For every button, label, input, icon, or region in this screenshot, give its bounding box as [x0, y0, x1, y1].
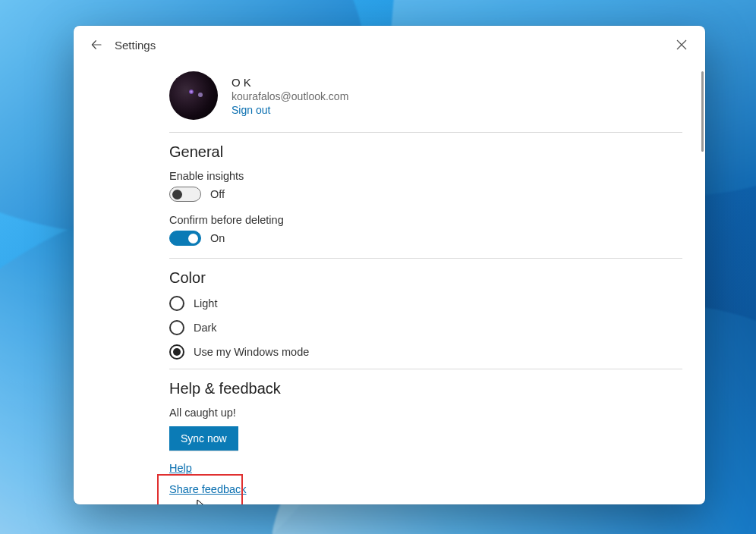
- close-icon: [676, 39, 687, 50]
- setting-confirm-delete: Confirm before deleting On: [169, 214, 682, 246]
- radio-label: Use my Windows mode: [194, 346, 309, 358]
- avatar: [169, 71, 218, 120]
- sign-out-link[interactable]: Sign out: [232, 104, 348, 116]
- radio-option-light[interactable]: Light: [169, 296, 682, 311]
- titlebar: Settings: [74, 26, 705, 64]
- divider: [169, 369, 682, 369]
- section-header-general: General: [169, 143, 682, 161]
- back-button[interactable]: [84, 33, 109, 57]
- help-link[interactable]: Help: [169, 462, 192, 474]
- radio-label: Light: [194, 297, 217, 309]
- radio-icon: [169, 344, 184, 360]
- toggle-enable-insights[interactable]: [169, 187, 201, 202]
- arrow-left-icon: [90, 38, 103, 52]
- toggle-confirm-delete[interactable]: [169, 231, 201, 246]
- toggle-state-label: Off: [210, 188, 225, 200]
- close-button[interactable]: [666, 32, 698, 58]
- scrollbar-thumb[interactable]: [701, 71, 704, 152]
- setting-enable-insights: Enable insights Off: [169, 170, 682, 202]
- window-title: Settings: [115, 39, 156, 52]
- setting-label: Confirm before deleting: [169, 214, 682, 226]
- share-feedback-link[interactable]: Share feedback: [169, 483, 247, 495]
- radio-option-windows-mode[interactable]: Use my Windows mode: [169, 344, 682, 360]
- radio-icon: [169, 320, 184, 335]
- account-name: O K: [232, 76, 348, 89]
- radio-label: Dark: [194, 322, 217, 334]
- account-block: O K kourafalos@outlook.com Sign out: [169, 64, 682, 120]
- sync-status: All caught up!: [169, 407, 682, 419]
- divider: [169, 132, 682, 133]
- section-header-help: Help & feedback: [169, 380, 682, 397]
- desktop-wallpaper: Settings O K kourafalos@outlook.com Sign…: [0, 0, 756, 534]
- setting-label: Enable insights: [169, 170, 682, 182]
- section-header-color: Color: [169, 269, 682, 287]
- settings-content: O K kourafalos@outlook.com Sign out Gene…: [74, 64, 701, 504]
- toggle-state-label: On: [210, 232, 225, 244]
- divider: [169, 258, 682, 259]
- radio-icon: [169, 296, 184, 311]
- account-email: kourafalos@outlook.com: [232, 90, 348, 102]
- settings-window: Settings O K kourafalos@outlook.com Sign…: [74, 26, 705, 504]
- radio-option-dark[interactable]: Dark: [169, 320, 682, 335]
- sync-now-button[interactable]: Sync now: [169, 426, 238, 451]
